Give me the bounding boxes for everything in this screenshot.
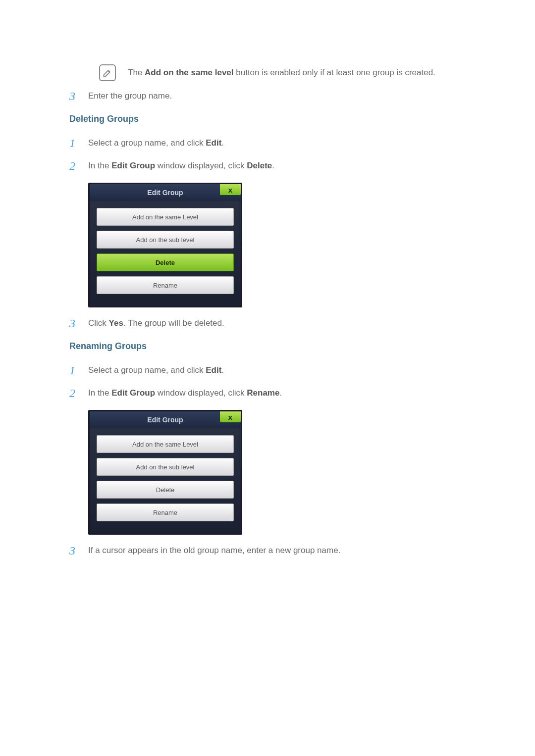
note-text: The Add on the same level button is enab… (128, 68, 435, 78)
note-icon (99, 64, 116, 81)
delete-button[interactable]: Delete (97, 253, 234, 271)
edit-group-dialog-rename: Edit Group x Add on the same Level Add o… (88, 410, 476, 535)
step-number: 2 (69, 387, 88, 399)
dialog-title: Edit Group (147, 416, 183, 424)
edit-group-dialog-delete: Edit Group x Add on the same Level Add o… (88, 183, 476, 307)
dialog: Edit Group x Add on the same Level Add o… (88, 410, 242, 535)
delete-button[interactable]: Delete (97, 481, 234, 499)
dialog-titlebar: Edit Group x (90, 411, 241, 428)
step-row: 3 Enter the group name. (69, 90, 476, 102)
step-number: 3 (69, 545, 88, 556)
step-text: Select a group name, and click Edit. (88, 364, 224, 375)
dialog: Edit Group x Add on the same Level Add o… (88, 183, 242, 307)
close-button[interactable]: x (220, 184, 241, 195)
section-heading-renaming: Renaming Groups (69, 341, 476, 352)
step-number: 1 (69, 137, 88, 149)
section-heading-deleting: Deleting Groups (69, 114, 476, 124)
step-text: Select a group name, and click Edit. (88, 137, 224, 148)
step-row: 3 If a cursor appears in the old group n… (69, 545, 476, 556)
step-text: If a cursor appears in the old group nam… (88, 545, 340, 555)
step-row: 3 Click Yes. The group will be deleted. (69, 317, 476, 329)
step-number: 3 (69, 90, 88, 102)
rename-button[interactable]: Rename (97, 504, 234, 521)
step-row: 2 In the Edit Group window displayed, cl… (69, 387, 476, 399)
step-row: 1 Select a group name, and click Edit. (69, 137, 476, 149)
add-sub-level-button[interactable]: Add on the sub level (97, 458, 234, 476)
add-sub-level-button[interactable]: Add on the sub level (97, 231, 234, 249)
step-text: In the Edit Group window displayed, clic… (88, 387, 282, 398)
add-same-level-button[interactable]: Add on the same Level (97, 208, 234, 226)
step-row: 1 Select a group name, and click Edit. (69, 364, 476, 376)
step-text: Click Yes. The group will be deleted. (88, 317, 224, 328)
info-note: The Add on the same level button is enab… (99, 64, 476, 81)
close-button[interactable]: x (220, 411, 241, 422)
rename-button[interactable]: Rename (97, 276, 234, 294)
step-text: In the Edit Group window displayed, clic… (88, 160, 274, 171)
document-page: The Add on the same level button is enab… (0, 0, 535, 597)
step-text: Enter the group name. (88, 90, 172, 101)
add-same-level-button[interactable]: Add on the same Level (97, 435, 234, 453)
step-number: 3 (69, 317, 88, 329)
step-number: 1 (69, 364, 88, 376)
dialog-title: Edit Group (147, 189, 183, 197)
step-number: 2 (69, 160, 88, 172)
dialog-titlebar: Edit Group x (90, 184, 241, 201)
step-row: 2 In the Edit Group window displayed, cl… (69, 160, 476, 172)
